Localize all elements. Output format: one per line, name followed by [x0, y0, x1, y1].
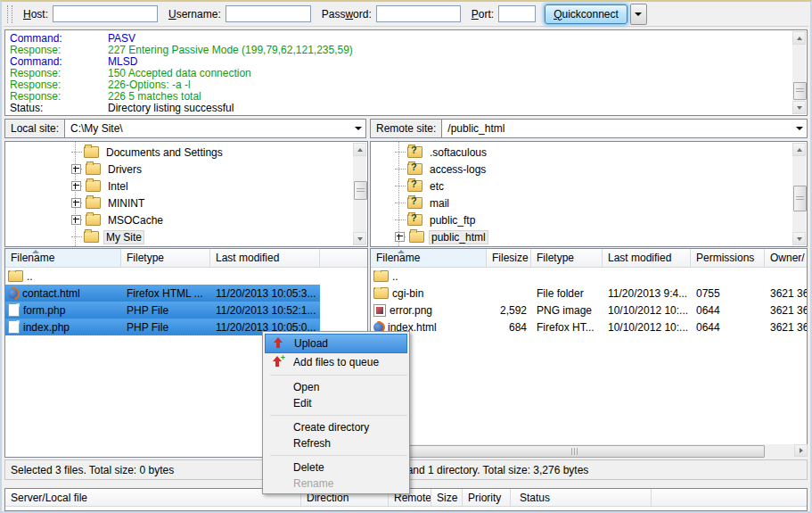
tree-item-selected[interactable]: My Site: [5, 228, 367, 245]
scroll-down-icon[interactable]: [353, 232, 366, 245]
port-label: Port:: [472, 8, 494, 21]
column-header-filetype[interactable]: Filetype: [121, 249, 210, 267]
tree-item[interactable]: Documents and Settings: [5, 144, 367, 161]
expand-icon[interactable]: [71, 215, 81, 225]
tree-item[interactable]: ?mail: [371, 194, 807, 211]
hscrollbar-thumb[interactable]: [384, 445, 765, 458]
tree-item[interactable]: ?access-logs: [371, 161, 807, 178]
menu-item-open[interactable]: Open: [265, 379, 407, 395]
scroll-up-icon[interactable]: [353, 143, 366, 156]
column-header-filename[interactable]: Filename: [371, 249, 487, 267]
remote-file-list: Filename Filesize Filetype Last modified…: [370, 248, 808, 446]
tree-item[interactable]: ?.softaculous: [371, 144, 807, 161]
remote-site-combobox[interactable]: /public_html: [441, 119, 808, 138]
column-header-permissions[interactable]: Permissions: [691, 249, 765, 267]
file-row[interactable]: index.html 684 Firefox HT... 10/10/2012 …: [371, 319, 807, 335]
column-header-status[interactable]: Status: [511, 489, 652, 506]
tree-item[interactable]: ?public_ftp: [371, 211, 807, 228]
folder-icon: [409, 231, 424, 243]
host-label: Host:: [23, 8, 48, 21]
column-header-priority[interactable]: Priority: [463, 489, 511, 506]
folder-icon: [86, 180, 101, 192]
column-header-filename[interactable]: Filename: [5, 249, 121, 267]
scroll-up-icon[interactable]: [792, 143, 806, 156]
menu-separator: [270, 415, 407, 416]
local-site-combobox[interactable]: C:\My Site\: [64, 119, 366, 138]
log-scrollbar-thumb[interactable]: [793, 82, 807, 100]
file-row[interactable]: error.png 2,592 PNG image 10/10/2012 10:…: [371, 302, 807, 319]
username-input[interactable]: [226, 5, 311, 22]
folder-question-icon: ?: [407, 146, 422, 158]
menu-item-refresh[interactable]: Refresh: [265, 435, 407, 451]
menu-separator: [270, 375, 407, 376]
scroll-down-icon[interactable]: [792, 232, 806, 245]
column-header-modified[interactable]: Last modified: [210, 249, 320, 267]
expand-icon[interactable]: [71, 164, 81, 174]
context-menu: Upload + Add files to queue Open Edit Cr…: [262, 331, 410, 494]
file-row-selected[interactable]: form.php PHP File 11/20/2013 10:52:1...: [5, 302, 320, 319]
remote-tree-scrollbar-thumb[interactable]: [793, 186, 807, 211]
menu-item-upload[interactable]: Upload: [265, 334, 407, 353]
menu-item-create-directory[interactable]: Create directory: [265, 419, 407, 435]
file-row[interactable]: ..: [371, 268, 807, 285]
local-list-header: Filename Filetype Last modified: [5, 249, 367, 268]
tree-item[interactable]: Intel: [5, 178, 367, 194]
remote-list-hscrollbar[interactable]: [370, 444, 808, 457]
scroll-right-icon[interactable]: [794, 444, 808, 457]
menu-separator: [270, 455, 407, 456]
local-tree-scrollbar[interactable]: [353, 143, 366, 245]
column-header-filetype[interactable]: Filetype: [531, 249, 603, 267]
image-icon: [373, 304, 386, 317]
column-header-size[interactable]: Size: [431, 489, 463, 506]
expand-icon[interactable]: [71, 198, 81, 208]
menu-item-add-files-to-queue[interactable]: + Add files to queue: [265, 353, 407, 371]
folder-icon: [86, 197, 101, 209]
folder-question-icon: ?: [407, 214, 422, 226]
folder-icon: [373, 287, 389, 299]
host-input[interactable]: [53, 5, 158, 22]
folder-icon: [373, 270, 389, 282]
chevron-down-icon[interactable]: [796, 127, 803, 130]
remote-site-label: Remote site:: [370, 119, 441, 138]
quickconnect-button[interactable]: Quickconnect: [545, 4, 627, 24]
column-header-owner[interactable]: Owner/: [765, 249, 807, 267]
file-row[interactable]: cgi-bin File folder 11/20/2013 9:4... 07…: [371, 285, 807, 302]
remote-status-bar: 2 files and 1 directory. Total size: 3,2…: [370, 459, 808, 480]
column-header-server-local-file[interactable]: Server/Local file: [5, 489, 301, 506]
folder-icon: [8, 270, 23, 282]
scroll-up-icon[interactable]: [792, 31, 806, 45]
log-scrollbar[interactable]: [792, 31, 806, 114]
folder-icon: [84, 231, 99, 243]
local-tree-scrollbar-thumb[interactable]: [354, 181, 367, 200]
folder-icon: [84, 146, 99, 158]
file-row[interactable]: ..: [5, 268, 320, 285]
menu-item-edit[interactable]: Edit: [265, 395, 407, 411]
scroll-down-icon[interactable]: [792, 101, 806, 114]
menu-item-delete[interactable]: Delete: [265, 459, 407, 476]
sort-ascending-icon: [398, 250, 405, 253]
expand-icon[interactable]: [395, 232, 405, 242]
file-row-selected[interactable]: contact.html Firefox HTML ... 11/20/2013…: [5, 285, 320, 302]
chevron-down-icon[interactable]: [355, 127, 362, 130]
firefox-icon: [8, 288, 19, 299]
tree-item[interactable]: [371, 245, 807, 247]
remote-site-path: /public_html: [447, 122, 504, 135]
sort-ascending-icon: [32, 250, 39, 253]
tree-item[interactable]: MININT: [5, 194, 367, 211]
remote-tree-scrollbar[interactable]: [792, 143, 806, 245]
chevron-down-icon: [635, 12, 642, 16]
tree-item[interactable]: Drivers: [5, 161, 367, 178]
port-input[interactable]: [498, 5, 536, 22]
password-input[interactable]: [376, 5, 461, 22]
username-label: Username:: [168, 8, 221, 21]
tree-item[interactable]: MSOCache: [5, 211, 367, 228]
tree-item[interactable]: [5, 245, 367, 247]
toolbar-grip[interactable]: [7, 5, 12, 23]
quickconnect-dropdown-button[interactable]: [630, 4, 647, 25]
expand-icon[interactable]: [71, 181, 81, 191]
local-directory-tree: Documents and Settings Drivers Intel MIN…: [4, 141, 368, 247]
tree-item-selected[interactable]: public_html: [371, 228, 807, 245]
column-header-modified[interactable]: Last modified: [603, 249, 691, 267]
tree-item[interactable]: ?etc: [371, 178, 807, 194]
column-header-filesize[interactable]: Filesize: [487, 249, 531, 267]
